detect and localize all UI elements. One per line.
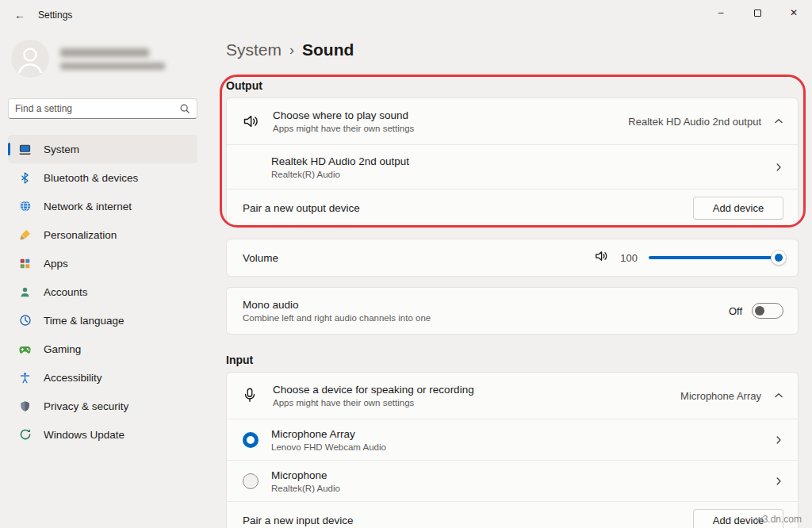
output-device-title: Realtek HD Audio 2nd output bbox=[271, 155, 409, 167]
mono-audio-row: Mono audio Combine left and right audio … bbox=[227, 288, 798, 334]
sidebar-item-bluetooth[interactable]: Bluetooth & devices bbox=[8, 163, 197, 192]
breadcrumb-separator-icon: › bbox=[289, 41, 294, 59]
volume-label: Volume bbox=[243, 252, 278, 264]
mono-audio-title: Mono audio bbox=[243, 299, 431, 311]
sidebar-item-label: Windows Update bbox=[44, 429, 124, 441]
page-title: Sound bbox=[302, 40, 354, 59]
sidebar-item-windows-update[interactable]: Windows Update bbox=[8, 420, 197, 449]
breadcrumb-system[interactable]: System bbox=[226, 40, 282, 59]
sidebar-item-label: Bluetooth & devices bbox=[44, 172, 138, 184]
clock-icon bbox=[18, 314, 32, 327]
avatar bbox=[11, 40, 49, 78]
sidebar-item-label: Network & internet bbox=[44, 201, 132, 212]
maximize-icon bbox=[754, 10, 761, 17]
speaker-icon bbox=[241, 112, 260, 131]
minimize-button[interactable]: – bbox=[703, 0, 739, 25]
input-device-row-mic-array[interactable]: Microphone Array Lenovo FHD Webcam Audio bbox=[227, 419, 798, 460]
input-device-title: Microphone bbox=[271, 469, 340, 481]
close-icon: ✕ bbox=[790, 7, 798, 18]
sidebar-item-gaming[interactable]: Gaming bbox=[8, 335, 197, 363]
radio-selected-icon[interactable] bbox=[243, 432, 259, 448]
chevron-up-icon bbox=[774, 117, 783, 126]
sidebar-item-apps[interactable]: Apps bbox=[8, 249, 197, 277]
mono-audio-card: Mono audio Combine left and right audio … bbox=[226, 287, 799, 335]
apps-grid-icon bbox=[18, 257, 32, 270]
choose-output-row[interactable]: Choose where to play sound Apps might ha… bbox=[227, 98, 798, 144]
sidebar-item-personalization[interactable]: Personalization bbox=[8, 220, 197, 249]
sidebar-item-label: System bbox=[44, 143, 79, 155]
sidebar-item-label: Personalization bbox=[44, 229, 117, 241]
volume-speaker-icon[interactable] bbox=[593, 248, 609, 267]
watermark: w3.dn.com bbox=[756, 514, 802, 525]
output-device-subtitle: Realtek(R) Audio bbox=[271, 170, 409, 179]
volume-slider-thumb[interactable] bbox=[771, 250, 787, 266]
input-device-subtitle: Realtek(R) Audio bbox=[271, 484, 340, 493]
volume-row: Volume 100 bbox=[227, 239, 798, 276]
sidebar-item-privacy[interactable]: Privacy & security bbox=[8, 392, 197, 420]
input-device-row-mic[interactable]: Microphone Realtek(R) Audio bbox=[227, 460, 798, 501]
back-button[interactable]: ← bbox=[6, 3, 33, 27]
sidebar-item-system[interactable]: System bbox=[8, 135, 197, 163]
search-input[interactable] bbox=[15, 103, 179, 114]
shield-icon bbox=[18, 400, 32, 413]
globe-icon bbox=[18, 200, 32, 213]
choose-input-subtitle: Apps might have their own settings bbox=[273, 398, 474, 407]
volume-slider[interactable] bbox=[649, 250, 783, 266]
brush-icon bbox=[18, 228, 32, 242]
person-icon bbox=[18, 285, 32, 299]
accessibility-person-icon bbox=[18, 371, 32, 385]
sidebar-item-label: Apps bbox=[44, 258, 68, 270]
pair-output-row: Pair a new output device Add device bbox=[227, 189, 798, 227]
chevron-right-icon bbox=[774, 476, 783, 486]
sidebar-item-label: Time & language bbox=[44, 315, 124, 327]
pair-input-row: Pair a new input device Add device bbox=[227, 501, 798, 528]
output-group-card: Choose where to play sound Apps might ha… bbox=[226, 98, 799, 228]
input-device-value: Microphone Array bbox=[680, 390, 761, 402]
sidebar-nav: System Bluetooth & devices Network & int… bbox=[8, 135, 197, 449]
input-device-subtitle: Lenovo FHD Webcam Audio bbox=[271, 442, 386, 452]
mono-audio-toggle[interactable] bbox=[752, 303, 783, 319]
chevron-up-icon bbox=[774, 391, 783, 400]
close-button[interactable]: ✕ bbox=[776, 0, 812, 25]
choose-input-row[interactable]: Choose a device for speaking or recordin… bbox=[227, 373, 798, 419]
volume-value: 100 bbox=[620, 252, 638, 264]
sidebar-item-accessibility[interactable]: Accessibility bbox=[8, 363, 197, 392]
sidebar-item-label: Gaming bbox=[44, 343, 81, 355]
breadcrumb: System › Sound bbox=[226, 38, 799, 62]
choose-output-subtitle: Apps might have their own settings bbox=[273, 124, 414, 133]
input-device-title: Microphone Array bbox=[271, 428, 386, 440]
sidebar: System Bluetooth & devices Network & int… bbox=[0, 30, 205, 528]
sidebar-item-label: Accessibility bbox=[44, 372, 102, 384]
volume-card: Volume 100 bbox=[226, 239, 799, 277]
search-icon bbox=[179, 103, 190, 114]
choose-output-title: Choose where to play sound bbox=[273, 109, 414, 121]
microphone-icon bbox=[241, 386, 260, 405]
titlebar: ← Settings – ✕ bbox=[0, 0, 812, 30]
chevron-right-icon bbox=[774, 163, 783, 172]
choose-input-title: Choose a device for speaking or recordin… bbox=[273, 384, 474, 396]
user-email-redacted bbox=[60, 63, 165, 70]
output-section-header: Output bbox=[226, 79, 799, 93]
bluetooth-icon bbox=[18, 171, 32, 185]
radio-unselected-icon[interactable] bbox=[243, 473, 259, 489]
user-profile[interactable] bbox=[11, 40, 197, 78]
gamepad-icon bbox=[18, 342, 32, 356]
output-device-row[interactable]: Realtek HD Audio 2nd output Realtek(R) A… bbox=[227, 144, 798, 189]
add-output-device-button[interactable]: Add device bbox=[693, 197, 783, 220]
system-icon bbox=[18, 143, 32, 156]
pair-output-title: Pair a new output device bbox=[243, 202, 360, 214]
volume-slider-track[interactable] bbox=[649, 256, 782, 259]
window-title: Settings bbox=[38, 10, 72, 21]
mono-toggle-state: Off bbox=[729, 305, 742, 317]
sidebar-item-network[interactable]: Network & internet bbox=[8, 192, 197, 220]
user-name-redacted bbox=[60, 48, 149, 57]
maximize-button[interactable] bbox=[739, 0, 776, 25]
input-group-card: Choose a device for speaking or recordin… bbox=[226, 372, 799, 528]
output-device-value: Realtek HD Audio 2nd output bbox=[628, 116, 761, 128]
update-arrows-icon bbox=[18, 428, 32, 442]
sidebar-item-accounts[interactable]: Accounts bbox=[8, 277, 197, 306]
back-arrow-icon: ← bbox=[14, 9, 25, 21]
sidebar-item-time-language[interactable]: Time & language bbox=[8, 306, 197, 335]
main-content: System › Sound Output Choose where to pl… bbox=[226, 30, 799, 528]
search-box[interactable] bbox=[8, 98, 197, 119]
